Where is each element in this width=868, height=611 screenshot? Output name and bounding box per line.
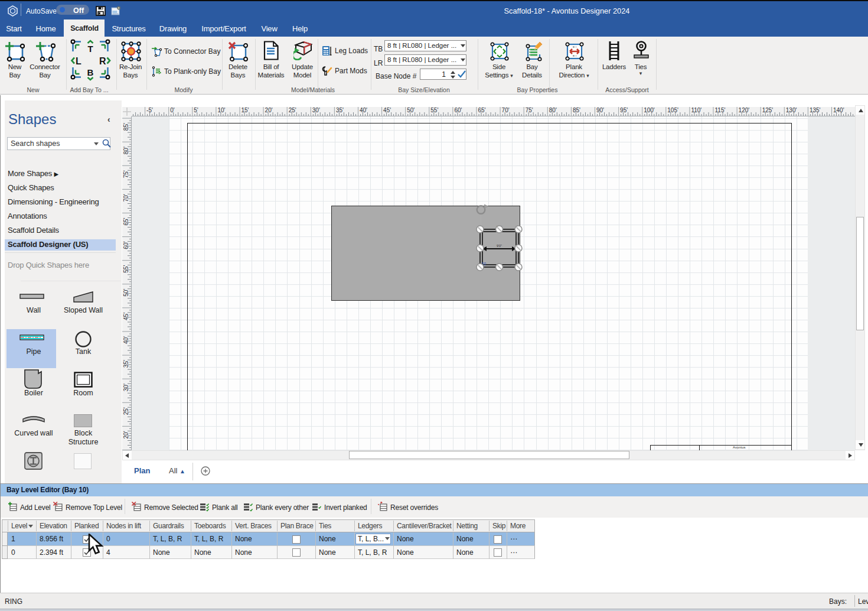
svg-text:30': 30' xyxy=(312,107,320,113)
svg-text:65': 65' xyxy=(478,107,486,113)
svg-text:65': 65' xyxy=(123,217,129,225)
svg-text:L: L xyxy=(76,56,81,66)
svg-text:40': 40' xyxy=(123,336,129,344)
svg-text:5': 5' xyxy=(194,107,198,113)
svg-text:T: T xyxy=(87,44,93,53)
svg-text:15': 15' xyxy=(242,107,249,113)
svg-text:20': 20' xyxy=(265,107,273,113)
svg-text:50': 50' xyxy=(407,107,415,113)
svg-text:35': 35' xyxy=(123,360,129,368)
svg-text:60': 60' xyxy=(454,107,462,113)
svg-text:80': 80' xyxy=(123,147,129,154)
svg-text:B: B xyxy=(87,68,94,77)
svg-text:80': 80' xyxy=(549,107,557,113)
svg-text:90': 90' xyxy=(596,107,604,113)
svg-text:30': 30' xyxy=(123,384,129,391)
svg-text:55': 55' xyxy=(430,107,438,113)
svg-text:0': 0' xyxy=(170,107,175,113)
svg-text:115': 115' xyxy=(715,107,726,113)
svg-text:75': 75' xyxy=(123,170,129,178)
svg-text:35': 35' xyxy=(336,107,344,113)
svg-text:60': 60' xyxy=(123,242,129,249)
svg-text:45': 45' xyxy=(123,313,129,320)
svg-text:100': 100' xyxy=(644,107,655,113)
svg-text:85': 85' xyxy=(123,123,129,131)
svg-text:25': 25' xyxy=(123,407,129,415)
svg-text:20': 20' xyxy=(123,431,129,438)
svg-text:85': 85' xyxy=(573,107,580,113)
svg-text:50': 50' xyxy=(123,289,129,297)
svg-text:105': 105' xyxy=(667,107,678,113)
svg-text:70': 70' xyxy=(502,107,510,113)
svg-text:125': 125' xyxy=(762,107,774,113)
svg-text:9'0": 9'0" xyxy=(497,244,502,248)
svg-text:25': 25' xyxy=(289,107,296,113)
svg-text:75': 75' xyxy=(526,107,533,113)
svg-text:120': 120' xyxy=(739,107,750,113)
svg-text:70': 70' xyxy=(123,194,129,202)
svg-text:130': 130' xyxy=(786,107,797,113)
svg-text:140': 140' xyxy=(833,107,844,113)
svg-text:40': 40' xyxy=(360,107,367,113)
svg-text:110': 110' xyxy=(691,107,701,113)
svg-text:135': 135' xyxy=(810,107,821,113)
svg-text:55': 55' xyxy=(123,265,129,273)
svg-text:95': 95' xyxy=(620,107,628,113)
svg-text:10': 10' xyxy=(217,107,225,113)
svg-text:45': 45' xyxy=(383,107,391,113)
